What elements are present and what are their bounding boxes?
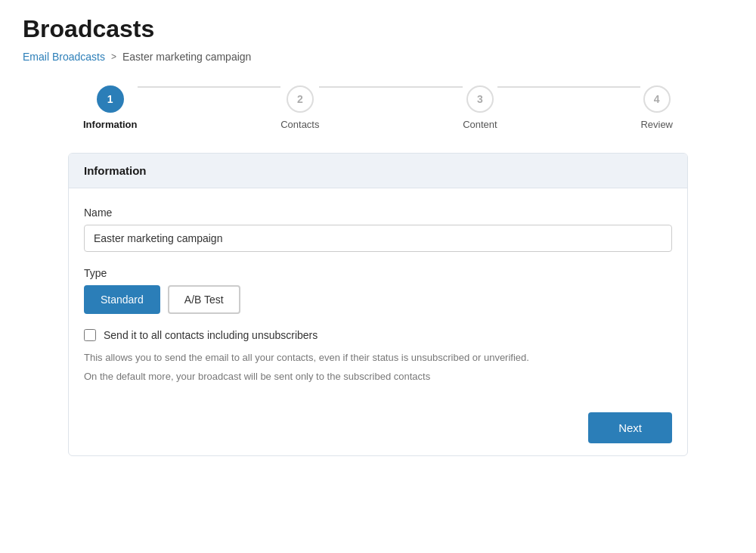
- next-button[interactable]: Next: [588, 412, 672, 443]
- helper-text-line1: This allows you to send the email to all…: [84, 350, 672, 366]
- page-title: Broadcasts: [23, 15, 733, 43]
- step-label-2: Contacts: [280, 119, 319, 130]
- step-circle-2: 2: [287, 85, 314, 113]
- unsubscribers-checkbox[interactable]: [84, 329, 96, 341]
- ab-test-button[interactable]: A/B Test: [168, 285, 240, 314]
- card-header: Information: [69, 154, 687, 188]
- stepper: 1 Information 2 Contacts 3 Content 4 Rev…: [23, 85, 733, 130]
- checkbox-row: Send it to all contacts including unsubs…: [84, 329, 672, 341]
- card-footer: Next: [69, 400, 687, 455]
- breadcrumb: Email Broadcasts > Easter marketing camp…: [23, 51, 733, 63]
- checkbox-label: Send it to all contacts including unsubs…: [104, 329, 318, 341]
- helper-text-line2: On the default more, your broadcast will…: [84, 369, 672, 385]
- step-circle-4: 4: [643, 85, 671, 113]
- name-label: Name: [84, 207, 672, 219]
- type-field-group: Type Standard A/B Test: [84, 267, 672, 314]
- information-card: Information Name Type Standard A/B Test …: [68, 153, 688, 456]
- step-connector-1-2: [138, 86, 281, 88]
- step-label-1: Information: [83, 119, 138, 130]
- step-connector-3-4: [497, 86, 641, 88]
- name-input[interactable]: [84, 225, 672, 252]
- step-4: 4 Review: [640, 85, 673, 130]
- breadcrumb-email-broadcasts[interactable]: Email Broadcasts: [23, 51, 105, 63]
- step-2: 2 Contacts: [280, 85, 319, 130]
- name-field-group: Name: [84, 207, 672, 252]
- breadcrumb-separator: >: [111, 51, 116, 62]
- step-label-3: Content: [463, 119, 497, 130]
- step-label-4: Review: [640, 119, 673, 130]
- step-circle-1: 1: [97, 85, 124, 113]
- step-1: 1 Information: [83, 85, 138, 130]
- breadcrumb-current: Easter marketing campaign: [122, 51, 251, 63]
- type-label: Type: [84, 267, 672, 279]
- standard-button[interactable]: Standard: [84, 285, 160, 314]
- card-body: Name Type Standard A/B Test Send it to a…: [69, 188, 687, 400]
- step-circle-3: 3: [466, 85, 494, 113]
- type-buttons: Standard A/B Test: [84, 285, 672, 314]
- step-3: 3 Content: [463, 85, 497, 130]
- step-connector-2-3: [319, 86, 463, 88]
